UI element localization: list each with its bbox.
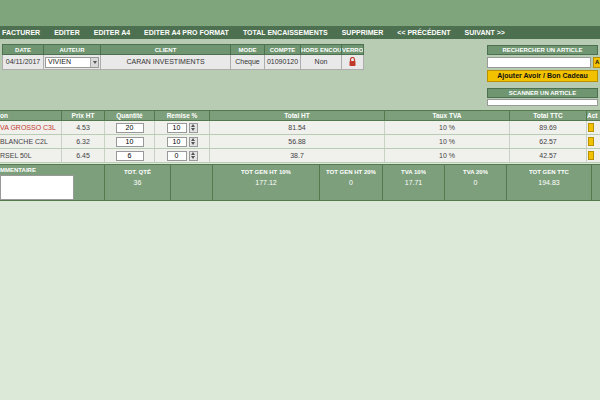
commentaire-cell: MMENTAIRE bbox=[0, 165, 105, 200]
tot-gen-ttc-value: 194.83 bbox=[538, 179, 559, 186]
field-hors-encours: HORS ENCOURS Non bbox=[301, 44, 342, 70]
auteur-label: AUTEUR bbox=[44, 44, 101, 55]
table-row: VA GROSSO C3L 4.53 81.54 10 % 89.69 bbox=[0, 121, 600, 135]
top-strip bbox=[0, 0, 600, 26]
row-remise-cell bbox=[155, 149, 210, 162]
field-client: CLIENT CARAN INVESTIMENTS bbox=[101, 44, 231, 70]
tot-gen-ht20-value: 0 bbox=[349, 179, 353, 186]
verrou-label: VERROU bbox=[342, 44, 364, 55]
row-prix-ht: 6.32 bbox=[62, 135, 105, 148]
action-button[interactable] bbox=[588, 137, 594, 146]
row-action-cell bbox=[587, 149, 600, 162]
main-menubar: FACTURER EDITER EDITER A4 EDITER A4 PRO … bbox=[0, 26, 600, 39]
menu-facturer[interactable]: FACTURER bbox=[2, 29, 40, 36]
client-value: CARAN INVESTIMENTS bbox=[101, 55, 231, 70]
row-total-ttc: 42.57 bbox=[510, 149, 587, 162]
hors-encours-value: Non bbox=[301, 55, 342, 70]
search-article-input[interactable] bbox=[487, 57, 591, 68]
verrou-value-cell bbox=[342, 55, 364, 70]
tot-gen-ht10-label: TOT GEN HT 10% bbox=[241, 169, 291, 175]
row-prix-ht: 4.53 bbox=[62, 121, 105, 134]
menu-precedent[interactable]: << PRÉCÉDENT bbox=[397, 29, 450, 36]
tot-gen-ht20-cell: TOT GEN HT 20% 0 bbox=[320, 165, 383, 200]
tot-qte-label: TOT. QTÉ bbox=[124, 169, 151, 175]
row-action-cell bbox=[587, 135, 600, 148]
field-auteur: AUTEUR VIVIEN bbox=[44, 44, 101, 70]
date-value: 04/11/2017 bbox=[2, 55, 44, 70]
menu-supprimer[interactable]: SUPPRIMER bbox=[342, 29, 384, 36]
remise-input[interactable] bbox=[167, 123, 187, 133]
add-article-button[interactable]: A bbox=[593, 57, 600, 68]
commentaire-textarea[interactable] bbox=[0, 175, 74, 200]
tot-qte-cell: TOT. QTÉ 36 bbox=[105, 165, 171, 200]
field-compte: COMPTE 01090120 bbox=[265, 44, 301, 70]
commentaire-label: MMENTAIRE bbox=[0, 167, 36, 173]
row-prix-ht: 6.45 bbox=[62, 149, 105, 162]
mode-select[interactable]: Cheque bbox=[231, 55, 265, 70]
date-label: DATE bbox=[2, 44, 44, 55]
row-total-ht: 56.88 bbox=[210, 135, 385, 148]
row-taux-tva: 10 % bbox=[385, 149, 510, 162]
remise-spinner[interactable] bbox=[189, 123, 198, 133]
row-quantite-cell bbox=[105, 135, 155, 148]
row-taux-tva: 10 % bbox=[385, 121, 510, 134]
tva10-value: 17.71 bbox=[405, 179, 423, 186]
tot-gen-ttc-label: TOT GEN TTC bbox=[529, 169, 569, 175]
tva20-label: TVA 20% bbox=[463, 169, 488, 175]
remise-spinner[interactable] bbox=[189, 151, 198, 161]
col-total-ttc: Total TTC bbox=[510, 111, 587, 120]
rechercher-article-header: RECHERCHER UN ARTICLE bbox=[487, 45, 598, 55]
row-designation: BLANCHE C2L bbox=[0, 135, 62, 148]
client-label: CLIENT bbox=[101, 44, 231, 55]
menu-editer-a4[interactable]: EDITER A4 bbox=[94, 29, 130, 36]
remise-input[interactable] bbox=[167, 151, 187, 161]
row-designation: RSEL 50L bbox=[0, 149, 62, 162]
tot-qte-value: 36 bbox=[134, 179, 142, 186]
tva10-label: TVA 10% bbox=[401, 169, 426, 175]
tva20-value: 0 bbox=[474, 179, 478, 186]
tot-gen-ht10-value: 177.12 bbox=[255, 179, 276, 186]
remise-spinner[interactable] bbox=[189, 137, 198, 147]
auteur-value-cell: VIVIEN bbox=[44, 55, 101, 70]
hors-encours-label: HORS ENCOURS bbox=[301, 44, 342, 55]
row-total-ht: 81.54 bbox=[210, 121, 385, 134]
col-prix-ht: Prix HT bbox=[62, 111, 105, 120]
tva20-cell: TVA 20% 0 bbox=[445, 165, 507, 200]
menu-suivant[interactable]: SUIVANT >> bbox=[465, 29, 505, 36]
quantite-input[interactable] bbox=[116, 123, 144, 133]
row-total-ttc: 89.69 bbox=[510, 121, 587, 134]
quantite-input[interactable] bbox=[116, 137, 144, 147]
col-designation: on bbox=[0, 111, 62, 120]
row-quantite-cell bbox=[105, 149, 155, 162]
auteur-select[interactable]: VIVIEN bbox=[45, 57, 99, 68]
totals-spacer-cell bbox=[171, 165, 213, 200]
col-remise: Remise % bbox=[155, 111, 210, 120]
tva10-cell: TVA 10% 17.71 bbox=[383, 165, 445, 200]
menu-editer[interactable]: EDITER bbox=[54, 29, 80, 36]
tot-gen-ttc-cell: TOT GEN TTC 194.83 bbox=[507, 165, 592, 200]
row-remise-cell bbox=[155, 135, 210, 148]
totals-band: MMENTAIRE TOT. QTÉ 36 TOT GEN HT 10% 177… bbox=[0, 164, 600, 201]
invoice-header-form: DATE 04/11/2017 AUTEUR VIVIEN CLIENT CAR… bbox=[2, 44, 364, 70]
field-date: DATE 04/11/2017 bbox=[2, 44, 44, 70]
scanner-article-header: SCANNER UN ARTICLE bbox=[487, 88, 598, 98]
row-quantite-cell bbox=[105, 121, 155, 134]
table-row: BLANCHE C2L 6.32 56.88 10 % 62.57 bbox=[0, 135, 600, 149]
quantite-input[interactable] bbox=[116, 151, 144, 161]
action-button[interactable] bbox=[588, 151, 594, 160]
compte-label: COMPTE bbox=[265, 44, 301, 55]
menu-editer-a4-pro-format[interactable]: EDITER A4 PRO FORMAT bbox=[144, 29, 229, 36]
ajouter-avoir-bon-cadeau-button[interactable]: Ajouter Avoir / Bon Cadeau bbox=[487, 70, 598, 82]
action-button[interactable] bbox=[588, 123, 594, 132]
totals-edge-cell bbox=[592, 165, 600, 200]
remise-input[interactable] bbox=[167, 137, 187, 147]
scanner-article-input[interactable] bbox=[487, 99, 598, 106]
compte-value: 01090120 bbox=[265, 55, 301, 70]
field-verrou: VERROU bbox=[342, 44, 364, 70]
tot-gen-ht20-label: TOT GEN HT 20% bbox=[326, 169, 376, 175]
items-table-header: on Prix HT Quantité Remise % Total HT Ta… bbox=[0, 110, 600, 121]
field-mode: MODE Cheque bbox=[231, 44, 265, 70]
chevron-down-icon[interactable] bbox=[90, 58, 98, 67]
menu-total-encaissements[interactable]: TOTAL ENCAISSEMENTS bbox=[243, 29, 328, 36]
lock-icon[interactable] bbox=[348, 57, 357, 67]
